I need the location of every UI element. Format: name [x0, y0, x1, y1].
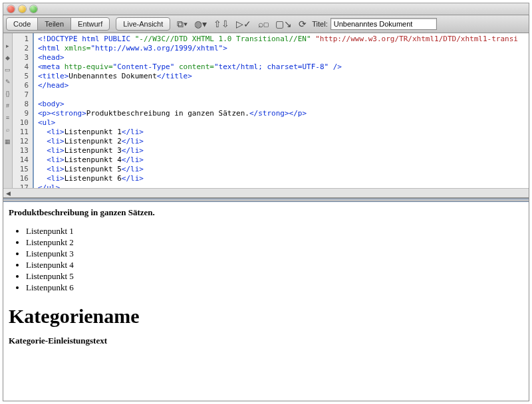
tool-icon[interactable]: ◆ [5, 54, 10, 61]
tool-icon[interactable]: # [6, 102, 9, 109]
code-editor[interactable]: <!DOCTYPE html PUBLIC "-//W3C//DTD XHTML… [34, 33, 529, 197]
preview-strong-text: Produktbeschreibung in ganzen Sätzen. [9, 207, 522, 218]
list-item: Listenpunkt 1 [26, 226, 522, 237]
zoom-icon[interactable] [30, 5, 37, 13]
toolbar-icons: ⧉▾ ◍▾ ⇧⇩ ▷✓ ⌕▢ ▢↘ ⟳ [177, 19, 307, 30]
scroll-left-icon[interactable]: ◀ [3, 189, 13, 198]
main-toolbar: Code Teilen Entwurf Live-Ansicht ⧉▾ ◍▾ ⇧… [3, 15, 529, 33]
upload-icon[interactable]: ⇧⇩ [213, 19, 229, 29]
check-icon[interactable]: ▷✓ [236, 19, 251, 29]
design-preview: Produktbeschreibung in ganzen Sätzen. Li… [3, 202, 529, 401]
preview-list: Listenpunkt 1 Listenpunkt 2 Listenpunkt … [9, 226, 522, 293]
list-item: Listenpunkt 6 [26, 282, 522, 293]
tool-icon[interactable]: ⌕ [6, 126, 9, 133]
tab-live-view[interactable]: Live-Ansicht [116, 17, 170, 31]
view-mode-tabs: Code Teilen Entwurf [6, 17, 110, 31]
list-item: Listenpunkt 5 [26, 271, 522, 282]
horizontal-scrollbar[interactable]: ◀ [3, 188, 529, 197]
tool-icon[interactable]: ≡ [6, 114, 9, 121]
minimize-icon[interactable] [19, 5, 26, 13]
preview-subheading: Kategorie-Einleistungstext [9, 336, 522, 346]
list-item: Listenpunkt 3 [26, 249, 522, 259]
browse-icon[interactable]: ▢↘ [275, 19, 292, 29]
tool-icon[interactable]: ▦ [5, 138, 11, 145]
title-label: Titel: [312, 20, 327, 28]
tool-icon[interactable]: {} [5, 90, 9, 97]
line-number-gutter: 1 2 3 4 5 6 7 8 9 10 11 12 13 14 15 16 1… [13, 33, 34, 197]
window-titlebar [3, 3, 529, 15]
app-window: Code Teilen Entwurf Live-Ansicht ⧉▾ ◍▾ ⇧… [3, 3, 529, 401]
code-pane: ▸ ◆ ▭ ✎ {} # ≡ ⌕ ▦ 1 2 3 4 5 6 7 8 9 10 … [3, 33, 529, 198]
refresh-icon[interactable]: ⟳ [299, 19, 307, 29]
tool-icon[interactable]: ▭ [5, 66, 11, 73]
list-item: Listenpunkt 2 [26, 237, 522, 248]
preview-heading: Kategoriename [9, 305, 522, 328]
globe-icon[interactable]: ◍▾ [194, 19, 207, 29]
document-title-input[interactable] [331, 18, 437, 30]
inspect-icon[interactable]: ⌕▢ [258, 19, 269, 29]
tab-design[interactable]: Entwurf [70, 17, 110, 31]
tab-code[interactable]: Code [6, 17, 38, 31]
tab-split[interactable]: Teilen [37, 17, 71, 31]
close-icon[interactable] [7, 5, 15, 13]
tool-icon[interactable]: ✎ [5, 78, 11, 85]
code-tools-strip: ▸ ◆ ▭ ✎ {} # ≡ ⌕ ▦ [3, 33, 13, 197]
code-navigator-icon[interactable]: ⧉▾ [177, 19, 188, 30]
list-item: Listenpunkt 4 [26, 260, 522, 270]
split-container: ▸ ◆ ▭ ✎ {} # ≡ ⌕ ▦ 1 2 3 4 5 6 7 8 9 10 … [3, 33, 529, 401]
tool-icon[interactable]: ▸ [6, 43, 9, 49]
